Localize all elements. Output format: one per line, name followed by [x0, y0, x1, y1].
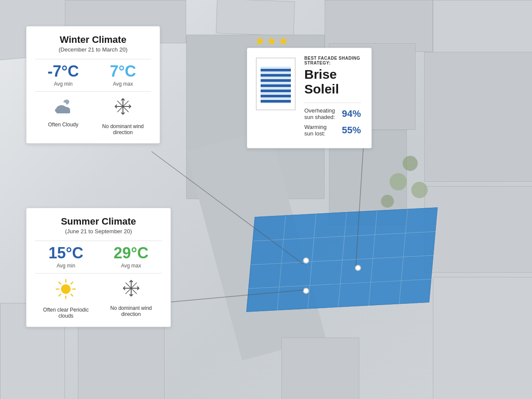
winter-temp-min: -7°C: [48, 64, 79, 79]
warming-value: 55%: [342, 125, 361, 136]
warming-row: Warming sun lost: 55%: [304, 124, 361, 137]
summer-temp-max: 29°C: [114, 245, 148, 261]
overheating-value: 94%: [342, 108, 361, 119]
svg-line-36: [126, 283, 131, 288]
summer-title: Summer Climate: [35, 216, 162, 227]
summer-temp-min: 15°C: [48, 245, 83, 261]
summer-divider: [35, 241, 162, 241]
winter-temp-max: 7°C: [110, 64, 136, 79]
summer-temp-min-cell: 15°C Avg min: [35, 245, 97, 269]
winter-wind-cell: No dominant wind direction: [95, 96, 151, 135]
svg-rect-43: [261, 74, 291, 77]
winter-temp-min-label: Avg min: [54, 81, 72, 87]
svg-line-20: [123, 101, 129, 106]
svg-line-28: [59, 282, 61, 284]
summer-sun-cell: Often clear Periodic clouds: [35, 278, 97, 319]
winter-temp-min-cell: -7°C Avg min: [35, 64, 91, 87]
summer-temp-min-label: Avg min: [57, 263, 75, 269]
svg-line-19: [117, 101, 123, 106]
svg-line-31: [59, 294, 61, 296]
svg-rect-44: [261, 79, 291, 82]
summer-weather-grid: Often clear Periodic clouds: [35, 278, 162, 319]
warming-label: Warming sun lost:: [304, 124, 335, 137]
winter-cloud-cell: Often Cloudy: [35, 96, 91, 135]
winter-temp-max-cell: 7°C Avg max: [95, 64, 151, 87]
svg-rect-45: [261, 84, 291, 87]
winter-climate-card: Winter Climate (December 21 to March 20)…: [26, 26, 160, 144]
winter-grid: -7°C Avg min 7°C Avg max: [35, 64, 151, 87]
svg-line-29: [71, 294, 73, 296]
summer-divider-2: [35, 273, 162, 274]
summer-temp-max-label: Avg max: [121, 263, 141, 269]
svg-line-22: [123, 106, 129, 112]
winter-weather-label: Often Cloudy: [48, 122, 78, 128]
facade-shading-card: BEST FACADE SHADING STRATEGY: Brise Sole…: [247, 48, 372, 148]
summer-grid: 15°C Avg min 29°C Avg max: [35, 245, 162, 269]
svg-rect-42: [261, 69, 291, 71]
map-dot-1: [303, 257, 309, 264]
summer-wind-cell: No dominant wind direction: [100, 278, 162, 319]
winter-weather-grid: Often Cloudy: [35, 96, 151, 135]
winter-divider-2: [35, 91, 151, 92]
facade-illustration: [254, 56, 297, 114]
summer-temp-max-cell: 29°C Avg max: [100, 245, 162, 269]
cloud-moon-icon: [52, 96, 74, 118]
sun-icon: [55, 278, 77, 303]
summer-subtitle: (June 21 to September 20): [35, 228, 162, 235]
svg-rect-46: [261, 90, 291, 92]
svg-line-30: [71, 282, 73, 284]
svg-rect-47: [261, 95, 291, 97]
svg-rect-48: [261, 100, 291, 103]
map-dot-3: [303, 288, 309, 294]
winter-title: Winter Climate: [35, 34, 151, 45]
svg-line-38: [126, 288, 131, 294]
svg-line-39: [131, 288, 137, 294]
winter-subtitle: (December 21 to March 20): [35, 46, 151, 53]
wind-icon-summer: [120, 278, 142, 302]
facade-info-section: BEST FACADE SHADING STRATEGY: Brise Sole…: [304, 56, 361, 140]
svg-line-7: [249, 279, 432, 289]
summer-weather-label: Often clear Periodic clouds: [35, 307, 97, 319]
svg-line-21: [117, 106, 123, 112]
summer-climate-card: Summer Climate (June 21 to September 20)…: [26, 208, 171, 327]
winter-wind-label: No dominant wind direction: [95, 123, 151, 135]
winter-divider: [35, 59, 151, 59]
svg-line-6: [251, 255, 434, 265]
facade-strategy-label: BEST FACADE SHADING STRATEGY:: [304, 56, 361, 65]
facade-strategy-name: Brise Soleil: [304, 67, 361, 97]
winter-temp-max-label: Avg max: [113, 81, 133, 87]
overheating-row: Overheating sun shaded: 94%: [304, 107, 361, 120]
summer-wind-label: No dominant wind direction: [100, 305, 162, 317]
svg-rect-14: [56, 110, 70, 113]
facade-stars: ★★★: [255, 34, 290, 48]
wind-icon-winter: [112, 96, 134, 120]
overheating-label: Overheating sun shaded:: [304, 107, 335, 120]
facade-divider: [304, 103, 361, 103]
svg-line-37: [131, 283, 137, 288]
svg-point-23: [61, 284, 71, 294]
svg-line-5: [253, 232, 436, 241]
map-dot-2: [355, 265, 361, 271]
